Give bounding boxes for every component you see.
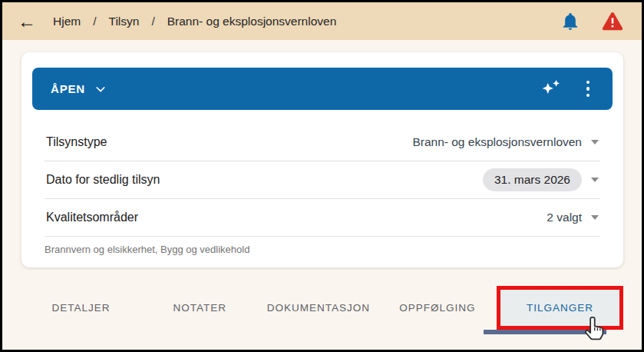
dropdown-caret-icon xyxy=(591,215,599,220)
row-value: 2 valgt xyxy=(547,211,582,224)
breadcrumb-separator: / xyxy=(151,15,154,28)
form-row-kvalitetsomrader: Kvalitetsområder 2 valgt xyxy=(45,199,600,237)
breadcrumb-item-tilsyn[interactable]: Tilsyn xyxy=(108,15,139,28)
status-bar: ÅPEN xyxy=(32,68,613,110)
tab-notater[interactable]: NOTATER xyxy=(140,286,259,330)
back-arrow-icon[interactable]: ← xyxy=(18,12,36,31)
topbar-icon-group xyxy=(560,12,628,32)
tilsynstype-select[interactable]: Brann- og eksplosjonsvernloven xyxy=(412,135,599,149)
tab-dokumentasjon[interactable]: DOKUMENTASJON xyxy=(259,286,378,330)
form-rows: Tilsynstype Brann- og eksplosjonsvernlov… xyxy=(21,124,623,237)
warning-icon[interactable] xyxy=(602,12,623,32)
dropdown-caret-icon xyxy=(591,178,599,182)
tab-oppfolging[interactable]: OPPFØLGING xyxy=(378,286,497,330)
row-label: Dato for stedlig tilsyn xyxy=(46,173,160,187)
sparkle-icon[interactable] xyxy=(540,79,560,99)
row-label: Kvalitetsområder xyxy=(46,211,138,224)
status-label: ÅPEN xyxy=(51,82,85,95)
dropdown-caret-icon xyxy=(591,140,599,144)
kvalitetsomrader-helper-text: Brannvern og elsikkerhet, Bygg og vedlik… xyxy=(45,244,600,255)
breadcrumb-separator: / xyxy=(93,15,96,28)
form-row-tilsynstype: Tilsynstype Brann- og eksplosjonsvernlov… xyxy=(45,124,600,161)
kebab-menu-icon[interactable] xyxy=(586,81,590,98)
form-row-dato: Dato for stedlig tilsyn 31. mars 2026 xyxy=(45,161,600,199)
app-window: ← Hjem / Tilsyn / Brann- og eksplosjonsv… xyxy=(0,0,644,352)
breadcrumb-item-current: Brann- og eksplosjonsvernloven xyxy=(167,15,337,28)
date-chip[interactable]: 31. mars 2026 xyxy=(483,168,582,191)
bell-icon[interactable] xyxy=(560,12,580,32)
row-value: Brann- og eksplosjonsvernloven xyxy=(412,135,582,149)
breadcrumb-item-hjem[interactable]: Hjem xyxy=(53,15,81,28)
top-bar: ← Hjem / Tilsyn / Brann- og eksplosjonsv… xyxy=(2,2,642,40)
tab-bar: DETALJER NOTATER DOKUMENTASJON OPPFØLGIN… xyxy=(21,286,623,330)
tab-tilganger[interactable]: TILGANGER xyxy=(497,286,623,330)
kvalitetsomrader-select[interactable]: 2 valgt xyxy=(547,211,599,224)
status-dropdown[interactable]: ÅPEN xyxy=(51,82,107,95)
chevron-down-icon xyxy=(94,83,107,95)
dato-select[interactable]: 31. mars 2026 xyxy=(483,168,599,191)
row-label: Tilsynstype xyxy=(46,135,107,149)
inspection-card: ÅPEN Tilsynstype xyxy=(21,52,623,267)
tab-detaljer[interactable]: DETALJER xyxy=(21,286,140,330)
active-tab-indicator xyxy=(484,330,606,334)
breadcrumb: Hjem / Tilsyn / Brann- og eksplosjonsver… xyxy=(53,15,336,28)
